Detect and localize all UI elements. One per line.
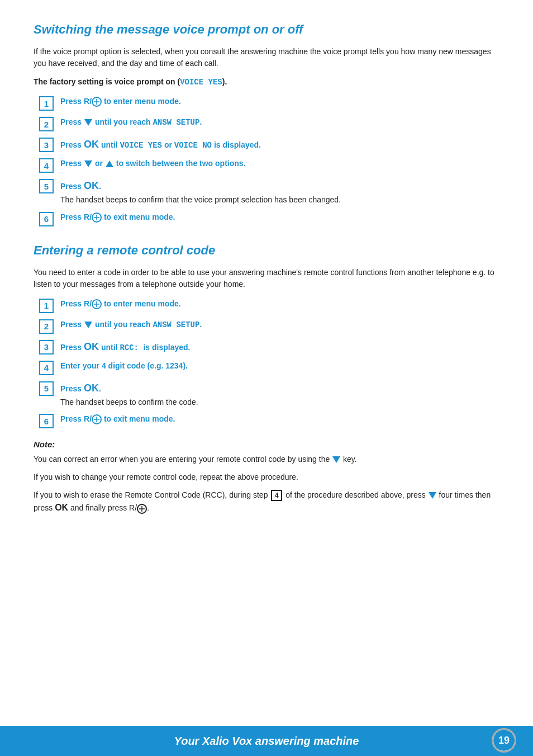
step-number: 6 xyxy=(39,212,54,226)
step-number: 2 xyxy=(39,117,54,131)
step-2-4: 4 Enter your 4 digit code (e.g. 1234). xyxy=(39,360,499,375)
step-2-5: 5 Press OK. The handset beeps to confirm… xyxy=(39,381,499,408)
step-label: Press R/ to enter menu mode. xyxy=(60,299,181,308)
step-2-6: 6 Press R/ to exit menu mode. xyxy=(39,413,499,428)
step-number: 2 xyxy=(39,319,54,334)
note-title: Note: xyxy=(34,440,499,449)
section1-intro: If the voice prompt option is selected, … xyxy=(34,46,499,69)
step-label: Press R/ to exit menu mode. xyxy=(60,414,175,423)
step-1-6: 6 Press R/ to exit menu mode. xyxy=(39,211,499,226)
page-content: Switching the message voice prompt on or… xyxy=(0,0,533,565)
section1-steps: 1 Press R/ to enter menu mode. 2 Press u… xyxy=(39,96,499,226)
step-number: 5 xyxy=(39,179,54,193)
step-label: Press until you reach ANSW SETUP. xyxy=(60,117,202,126)
r-circle-icon xyxy=(92,97,102,107)
step-note: The handset beeps to confirm that the vo… xyxy=(60,195,341,206)
step-number: 3 xyxy=(39,138,54,152)
page-badge: 19 xyxy=(492,728,516,753)
section-1: Switching the message voice prompt on or… xyxy=(34,22,499,226)
factory-setting: The factory setting is voice prompt on (… xyxy=(34,77,499,87)
step-number: 1 xyxy=(39,96,54,111)
footer: Your Xalio Vox answering machine 19 xyxy=(0,726,533,756)
step-inline-number: 4 xyxy=(271,490,282,501)
note-line-3: If you to wish to erase the Remote Contr… xyxy=(34,489,499,515)
arrow-up-icon xyxy=(106,160,113,167)
step-1-2: 2 Press until you reach ANSW SETUP. xyxy=(39,116,499,131)
r-circle-icon xyxy=(92,414,102,424)
step-label: Press R/ to exit menu mode. xyxy=(60,212,175,221)
step-label: Press OK until RCC: is displayed. xyxy=(60,343,190,352)
step-label: Press OK until VOICE YES or VOICE NO is … xyxy=(60,140,261,149)
step-1-4: 4 Press or to switch between the two opt… xyxy=(39,158,499,173)
step-1-5: 5 Press OK. The handset beeps to confirm… xyxy=(39,178,499,206)
step-number: 1 xyxy=(39,299,54,313)
step-label: Press until you reach ANSW SETUP. xyxy=(60,320,202,329)
r-circle-icon xyxy=(92,212,102,223)
arrow-down-icon xyxy=(84,322,92,328)
arrow-down-icon xyxy=(429,492,436,499)
arrow-down-icon xyxy=(332,456,340,463)
step-note: The handset beeps to confirm the code. xyxy=(60,397,198,408)
step-label: Press or to switch between the two optio… xyxy=(60,159,246,168)
arrow-down-icon xyxy=(84,160,92,167)
section1-title: Switching the message voice prompt on or… xyxy=(34,22,499,37)
step-2-3: 3 Press OK until RCC: is displayed. xyxy=(39,339,499,355)
note-section: Note: You can correct an error when you … xyxy=(34,440,499,515)
step-label: Press OK. xyxy=(60,182,101,191)
step-number: 6 xyxy=(39,414,54,428)
section-2: Entering a remote control code You need … xyxy=(34,243,499,429)
badge-arrow-icon xyxy=(510,735,516,746)
step-1-1: 1 Press R/ to enter menu mode. xyxy=(39,96,499,111)
step-label: Enter your 4 digit code (e.g. 1234). xyxy=(60,361,188,370)
arrow-down-icon xyxy=(84,119,92,126)
section2-intro: You need to enter a code in order to be … xyxy=(34,267,499,290)
section2-title: Entering a remote control code xyxy=(34,243,499,258)
step-number: 5 xyxy=(39,381,54,396)
step-1-3: 3 Press OK until VOICE YES or VOICE NO i… xyxy=(39,137,499,152)
footer-text: Your Xalio Vox answering machine xyxy=(174,735,359,748)
page-number: 19 xyxy=(498,735,510,746)
step-label: Press R/ to enter menu mode. xyxy=(60,97,181,106)
step-2-2: 2 Press until you reach ANSW SETUP. xyxy=(39,319,499,334)
step-number: 4 xyxy=(39,361,54,375)
note-line-2: If you wish to change your remote contro… xyxy=(34,471,499,484)
step-number: 3 xyxy=(39,340,54,355)
note-line-1: You can correct an error when you are en… xyxy=(34,453,499,466)
section2-steps: 1 Press R/ to enter menu mode. 2 Press u… xyxy=(39,298,499,429)
step-number: 4 xyxy=(39,158,54,173)
step-label: Press OK. xyxy=(60,384,101,393)
r-circle-icon xyxy=(92,299,102,309)
step-2-1: 1 Press R/ to enter menu mode. xyxy=(39,298,499,313)
r-circle-icon xyxy=(137,504,147,514)
